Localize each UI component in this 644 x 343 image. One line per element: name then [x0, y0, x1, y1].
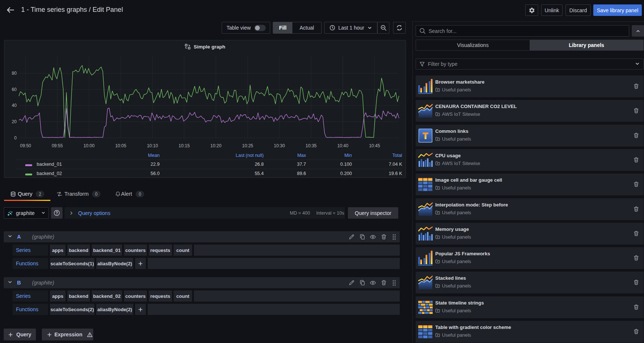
svg-text:10:15: 10:15 — [179, 143, 190, 148]
svg-text:40: 40 — [12, 103, 17, 108]
svg-text:10:00: 10:00 — [83, 143, 94, 148]
svg-text:60: 60 — [12, 87, 17, 92]
svg-text:09:55: 09:55 — [52, 143, 63, 148]
svg-text:0: 0 — [14, 135, 17, 141]
svg-text:10:45: 10:45 — [369, 143, 380, 148]
svg-text:09:50: 09:50 — [20, 143, 31, 148]
svg-text:80: 80 — [12, 71, 17, 76]
svg-text:10:35: 10:35 — [305, 143, 316, 148]
svg-text:10:20: 10:20 — [210, 143, 221, 148]
svg-text:20: 20 — [12, 119, 17, 124]
svg-text:10:30: 10:30 — [274, 143, 285, 148]
svg-text:10:10: 10:10 — [147, 143, 158, 148]
svg-text:10:05: 10:05 — [115, 143, 126, 148]
svg-text:10:25: 10:25 — [242, 143, 253, 148]
svg-text:10:40: 10:40 — [337, 143, 348, 148]
